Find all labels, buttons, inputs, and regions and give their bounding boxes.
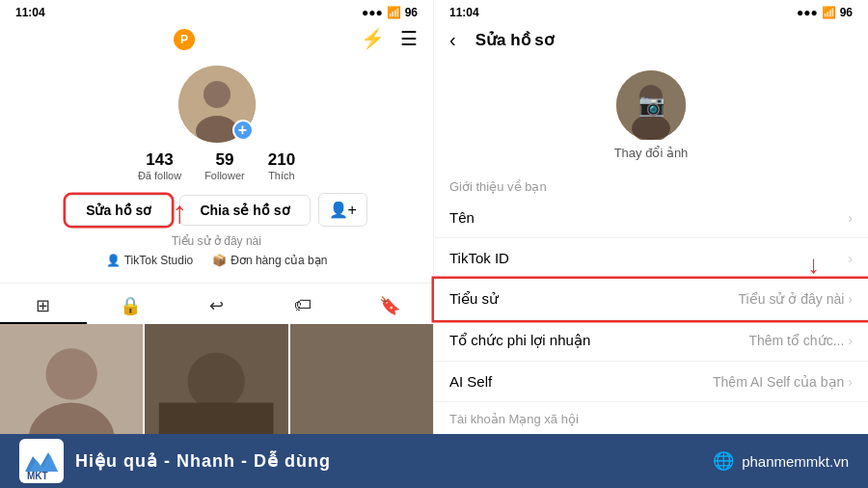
right-phone-panel: 11:04 ●●● 📶 96 ‹ Sửa hồ sơ 📷 Thay đổi — [434, 0, 868, 434]
edit-avatar[interactable]: 📷 — [616, 70, 686, 140]
bio-row-wrapper: ↓ Tiểu sử Tiểu sử ở đây nài › — [434, 279, 868, 320]
bio-row[interactable]: Tiểu sử Tiểu sử ở đây nài › — [434, 279, 868, 320]
left-battery: 96 — [405, 6, 418, 19]
change-photo-label: Thay đổi ảnh — [614, 146, 689, 160]
back-button[interactable]: ‹ — [449, 29, 456, 51]
bio-value: Tiểu sử ở đây nài — [739, 291, 845, 307]
content-grid: 222 — [0, 324, 433, 434]
aiself-value: Thêm AI Self của bạn — [713, 374, 844, 390]
footer-website[interactable]: phanmemmkt.vn — [742, 453, 849, 470]
globe-icon: 🌐 — [713, 450, 734, 472]
stat-following: 143 Đã follow — [138, 150, 181, 181]
p-badge: P — [174, 29, 195, 50]
stat-likes: 210 Thích — [268, 150, 295, 181]
tiktok-studio-label: TikTok Studio — [124, 254, 194, 267]
left-top-nav: P ⚡ ☰ — [0, 23, 433, 56]
tab-row: ⊞ 🔒 ↩ 🏷 🔖 — [0, 283, 433, 324]
avatar-container: + — [178, 66, 256, 143]
tab-repost[interactable]: ↩ — [174, 289, 260, 324]
tiktok-id-row[interactable]: TikTok ID › — [434, 238, 868, 279]
svg-text:MKT: MKT — [27, 471, 48, 481]
add-avatar-button[interactable]: + — [232, 120, 254, 141]
orders-label: Đơn hàng của bạn — [231, 254, 327, 267]
stat-followers: 59 Follower — [204, 150, 245, 181]
menu-icon[interactable]: ☰ — [400, 27, 418, 50]
grid-item: 222 — [145, 324, 287, 434]
footer-logo: MKT — [19, 439, 64, 483]
aiself-row[interactable]: AI Self Thêm AI Self của bạn › — [434, 362, 868, 402]
chevron-icon: › — [848, 291, 853, 307]
tiktok-studio-link[interactable]: 👤 TikTok Studio — [106, 254, 194, 267]
nonprofit-row[interactable]: Tổ chức phi lợi nhuận Thêm tổ chức... › — [434, 320, 868, 362]
svg-rect-8 — [159, 403, 274, 434]
profile-section: + 143 Đã follow 59 Follower 210 Thích Sử… — [0, 56, 433, 283]
chevron-icon: › — [848, 374, 853, 390]
svg-point-7 — [188, 353, 245, 410]
search-icon[interactable]: ⚡ — [361, 27, 385, 50]
nonprofit-value: Thêm tổ chức... — [748, 333, 844, 348]
right-battery: 96 — [840, 6, 853, 19]
left-phone-panel: 11:04 ●●● 📶 96 P ⚡ ☰ — [0, 0, 434, 434]
tiktok-studio-icon: 👤 — [106, 254, 121, 267]
left-status-bar: 11:04 ●●● 📶 96 — [0, 0, 433, 23]
right-signal: ●●● — [797, 6, 818, 19]
footer-right: 🌐 phanmemmkt.vn — [713, 450, 849, 472]
left-signal: ●●● — [362, 6, 383, 19]
ten-row[interactable]: Tên › — [434, 198, 868, 238]
footer-tagline: Hiệu quả - Nhanh - Dễ dùng — [75, 450, 331, 472]
svg-point-4 — [45, 348, 96, 399]
grid-item — [0, 324, 143, 434]
tab-tag[interactable]: 🏷 — [259, 289, 346, 324]
social-section-header: Tài khoản Mạng xã hội — [434, 402, 868, 430]
svg-point-1 — [203, 81, 231, 108]
camera-icon: 📷 — [616, 70, 686, 140]
left-time: 11:04 — [15, 6, 45, 19]
grid-item — [290, 324, 433, 434]
orders-icon: 📦 — [212, 254, 227, 267]
shortcuts-row: 👤 TikTok Studio 📦 Đơn hàng của bạn — [106, 254, 328, 267]
edit-profile-button[interactable]: Sửa hồ sơ — [66, 195, 172, 226]
stats-row: 143 Đã follow 59 Follower 210 Thích — [138, 150, 295, 181]
svg-rect-9 — [290, 324, 433, 434]
right-wifi-icon: 📶 — [822, 6, 836, 19]
footer: MKT Hiệu quả - Nhanh - Dễ dùng 🌐 phanmem… — [0, 434, 868, 488]
footer-left: MKT Hiệu quả - Nhanh - Dễ dùng — [19, 439, 331, 483]
tab-grid[interactable]: ⊞ — [0, 289, 87, 324]
chevron-icon: › — [848, 251, 853, 266]
chevron-icon: › — [848, 333, 853, 348]
chevron-icon: › — [848, 210, 853, 226]
share-profile-button[interactable]: Chia sẻ hồ sơ — [179, 195, 310, 226]
edit-nav: ‹ Sửa hồ sơ — [434, 23, 868, 59]
edit-avatar-section: 📷 Thay đổi ảnh — [434, 59, 868, 170]
right-status-bar: 11:04 ●●● 📶 96 — [434, 0, 868, 23]
right-time: 11:04 — [449, 6, 479, 19]
add-friend-button[interactable]: 👤+ — [318, 193, 367, 227]
action-buttons: Sửa hồ sơ Chia sẻ hồ sơ 👤+ — [66, 193, 367, 227]
tab-bookmark[interactable]: 🔖 — [346, 289, 433, 324]
tab-lock[interactable]: 🔒 — [87, 289, 174, 324]
orders-link[interactable]: 📦 Đơn hàng của bạn — [212, 254, 327, 267]
left-wifi-icon: 📶 — [387, 6, 401, 19]
lemon8-row[interactable]: Lemon8 Thêm Lemon8 › — [434, 430, 868, 434]
intro-section-header: Giới thiệu về bạn — [434, 170, 868, 198]
